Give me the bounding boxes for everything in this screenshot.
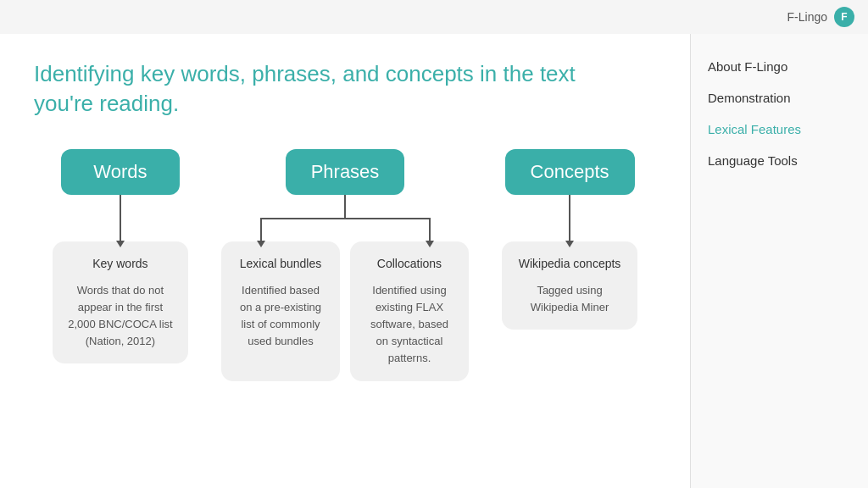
words-label: Words bbox=[93, 161, 147, 182]
brand: F-Lingo F bbox=[787, 7, 854, 27]
lexical-bundles-body: Identified based on a pre-existing list … bbox=[236, 282, 325, 351]
phrases-arrow-h bbox=[260, 218, 430, 219]
phrases-arrow-left-head bbox=[257, 241, 265, 247]
collocations-title: Collocations bbox=[365, 255, 453, 274]
collocations-body: Identified using existing FLAX software,… bbox=[365, 282, 453, 368]
phrases-column: Phrases Lexical bundles bbox=[207, 149, 483, 380]
nav-item-lexical[interactable]: Lexical Features bbox=[691, 114, 868, 145]
brand-icon: F bbox=[834, 7, 854, 27]
phrases-arrow-v-left bbox=[260, 218, 262, 241]
words-column: Words Key words Words that do not appear… bbox=[34, 149, 207, 363]
phrases-cards-container: Lexical bundles Identified based on a pr… bbox=[207, 241, 483, 380]
phrases-arrow-v-top bbox=[344, 195, 346, 219]
nav-item-about[interactable]: About F-Lingo bbox=[691, 51, 868, 82]
concepts-label: Concepts bbox=[531, 161, 609, 182]
phrases-arrow-right-head bbox=[426, 241, 434, 247]
page-headline: Identifying key words, phrases, and conc… bbox=[34, 59, 627, 119]
words-card-body: Words that do not appear in the first 2,… bbox=[68, 282, 173, 351]
columns-container: Words Key words Words that do not appear… bbox=[34, 149, 656, 380]
words-card-title: Key words bbox=[68, 255, 173, 274]
concepts-title-box: Concepts bbox=[505, 149, 635, 195]
collocations-card: Collocations Identified using existing F… bbox=[350, 241, 469, 380]
concepts-card-title: Wikipedia concepts bbox=[517, 255, 622, 274]
words-arrow bbox=[120, 195, 121, 241]
brand-name: F-Lingo bbox=[787, 10, 827, 24]
nav-item-demonstration[interactable]: Demonstration bbox=[691, 82, 868, 114]
words-title-box: Words bbox=[61, 149, 180, 195]
concepts-column: Concepts Wikipedia concepts Tagged using… bbox=[483, 149, 656, 330]
concepts-card-body: Tagged using Wikipedia Miner bbox=[517, 282, 622, 316]
lexical-bundles-title: Lexical bundles bbox=[236, 255, 325, 274]
phrases-arrow bbox=[207, 195, 483, 241]
nav-item-language-tools[interactable]: Language Tools bbox=[691, 145, 868, 176]
concepts-arrow bbox=[569, 195, 570, 241]
phrases-title-box: Phrases bbox=[286, 149, 405, 195]
lexical-bundles-card: Lexical bundles Identified based on a pr… bbox=[221, 241, 340, 380]
concepts-card: Wikipedia concepts Tagged using Wikipedi… bbox=[502, 241, 637, 330]
phrases-label: Phrases bbox=[311, 161, 380, 182]
phrases-arrow-v-right bbox=[429, 218, 431, 241]
words-card: Key words Words that do not appear in th… bbox=[53, 241, 188, 363]
sidebar-nav: About F-Lingo Demonstration Lexical Feat… bbox=[690, 34, 868, 488]
main-content: Identifying key words, phrases, and conc… bbox=[0, 34, 690, 488]
topbar: F-Lingo F bbox=[0, 0, 868, 34]
